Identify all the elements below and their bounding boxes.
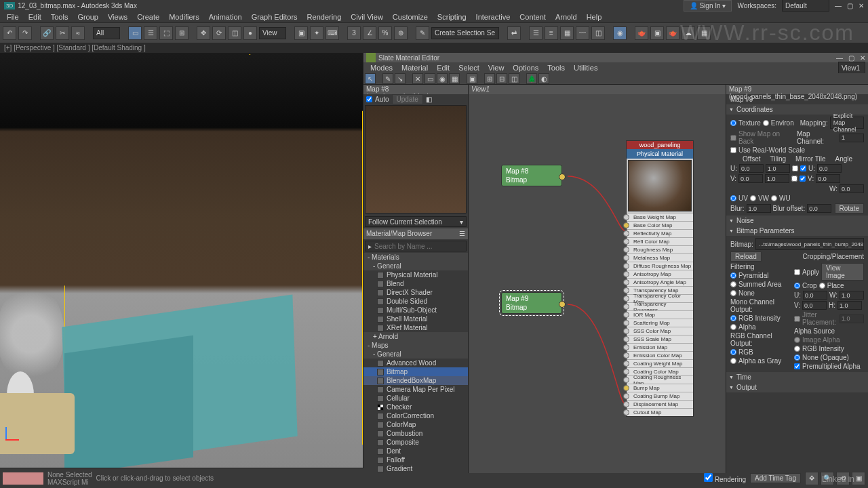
slate-view-combo[interactable]: View1 <box>838 62 865 74</box>
placement-icon[interactable]: ● <box>243 26 257 40</box>
material-editor-icon[interactable]: ◉ <box>613 26 627 40</box>
mat-slot-base-color-map[interactable]: Base Color Map <box>627 221 693 229</box>
slate-move-icon[interactable]: ▭ <box>425 73 435 84</box>
bluroff-input[interactable] <box>807 204 831 213</box>
menu-interactive[interactable]: Interactive <box>472 12 515 22</box>
section-output[interactable]: Output <box>726 382 868 392</box>
search-input[interactable]: ▸ Search by Name ... <box>365 241 467 251</box>
slate-menu-options[interactable]: Options <box>509 63 542 73</box>
slate-matedit-icon[interactable]: ◫ <box>509 73 519 84</box>
named-sel-combo[interactable]: Create Selection Se <box>431 27 499 39</box>
follow-selection-combo[interactable]: Follow Current Selection▾ <box>365 216 467 227</box>
apply-checkbox[interactable] <box>794 269 800 275</box>
menu-customize[interactable]: Customize <box>389 12 432 22</box>
noneop-radio[interactable] <box>794 354 800 361</box>
rgbi-radio[interactable] <box>730 315 736 321</box>
tree-colormap[interactable]: ColorMap <box>363 420 468 429</box>
redo-icon[interactable]: ↷ <box>18 26 32 40</box>
slate-select-tree-icon[interactable]: 🌲 <box>526 73 537 84</box>
tree-directx[interactable]: DirectX Shader <box>363 288 468 297</box>
alpha-radio[interactable] <box>730 324 736 330</box>
nav-zoom-icon[interactable]: 🔍 <box>821 472 834 485</box>
open-a360-icon[interactable]: ▦ <box>697 26 711 40</box>
crop-u[interactable] <box>803 291 827 300</box>
mat-slot-reflectivity-map[interactable]: Reflectivity Map <box>627 229 693 237</box>
slate-showmap-icon[interactable]: ▦ <box>449 73 460 84</box>
tree-arnold[interactable]: + Arnold <box>363 332 468 341</box>
slate-node-view[interactable]: View1 Map #8 Bitmap Map #9 Bitmap <box>469 85 726 473</box>
u-angle[interactable] <box>817 164 842 173</box>
render-online-icon[interactable]: ☁ <box>682 26 695 40</box>
window-crossing-icon[interactable]: ⊞ <box>175 26 189 40</box>
none-radio[interactable] <box>730 290 736 296</box>
curve-editor-icon[interactable]: 〰 <box>576 26 589 40</box>
select-name-icon[interactable]: ☰ <box>144 26 157 40</box>
bitmap-path-button[interactable]: ...ts\images\wood_panels_thin_bump_2048x… <box>755 238 864 250</box>
tree-dent[interactable]: Dent <box>363 447 468 455</box>
tree-maps[interactable]: - Maps <box>363 341 468 350</box>
slate-preview-icon[interactable]: ▣ <box>467 73 477 84</box>
node-physical-material[interactable]: wood_paneling Physical Material Base Wei… <box>626 140 694 417</box>
tree-cellular[interactable]: Cellular <box>363 394 468 403</box>
node-map9[interactable]: Map #9 Bitmap <box>501 292 562 314</box>
slate-layout-icon[interactable]: ⊞ <box>484 73 495 84</box>
u-offset[interactable] <box>739 164 764 173</box>
mapping-combo[interactable]: Explicit Map Channel <box>830 117 864 129</box>
rendering-checkbox[interactable] <box>704 473 713 482</box>
select-icon[interactable]: ▭ <box>128 26 142 40</box>
menu-civilview[interactable]: Civil View <box>347 12 387 22</box>
rotate-icon[interactable]: ⟳ <box>212 26 226 40</box>
blur-input[interactable] <box>747 204 771 213</box>
u-tile[interactable] <box>800 165 806 171</box>
mapchan-input[interactable] <box>840 134 864 142</box>
slate-assign-icon[interactable]: ↘ <box>395 73 406 84</box>
scale-icon[interactable]: ◫ <box>228 26 241 40</box>
filter-combo[interactable]: All <box>93 27 120 39</box>
slate-menu-tools[interactable]: Tools <box>543 63 569 73</box>
toggle-ribbon-icon[interactable]: ▦ <box>560 26 574 40</box>
keyboard-icon[interactable]: ⌨ <box>326 26 339 40</box>
layers-icon[interactable]: ≡ <box>545 26 558 40</box>
section-bitmap[interactable]: Bitmap Parameters <box>726 226 868 236</box>
mat-slot-coating-weight-map[interactable]: Coating Weight Map <box>627 359 693 367</box>
node-map9-output[interactable] <box>559 301 566 308</box>
tree-composite[interactable]: Composite <box>363 438 468 447</box>
slate-minimize-icon[interactable]: — <box>836 54 843 62</box>
slate-menu-view[interactable]: View <box>484 63 509 73</box>
mat-slot-scattering-map[interactable]: Scattering Map <box>627 319 693 327</box>
u-mirror[interactable] <box>792 165 798 171</box>
slate-menu-select[interactable]: Select <box>454 63 484 73</box>
rendered-frame-icon[interactable]: ▣ <box>650 26 664 40</box>
slate-layoutc-icon[interactable]: ⊟ <box>496 73 507 84</box>
tree-gradient[interactable]: Gradient <box>363 464 468 473</box>
menu-views[interactable]: Views <box>104 12 132 22</box>
mat-slot-metalness-map[interactable]: Metalness Map <box>627 253 693 262</box>
mat-slot-coating-roughness-map[interactable]: Coating Roughness Map <box>627 375 693 384</box>
crop-h[interactable] <box>837 301 862 310</box>
menu-modifiers[interactable]: Modifiers <box>165 12 203 22</box>
slate-titlebar[interactable]: Slate Material Editor — ▢ ✕ <box>363 53 868 62</box>
tree-doublesided[interactable]: Double Sided <box>363 297 468 306</box>
mat-slot-cutout-map[interactable]: Cutout Map <box>627 408 693 416</box>
section-noise[interactable]: Noise <box>726 216 868 226</box>
viewimage-button[interactable]: View Image <box>821 263 864 281</box>
tree-cameramap[interactable]: Camera Map Per Pixel <box>363 385 468 394</box>
realworld-checkbox[interactable] <box>730 147 736 153</box>
mat-slot-sss-scale-map[interactable]: SSS Scale Map <box>627 335 693 343</box>
viewport[interactable] <box>0 53 363 468</box>
menu-rendering[interactable]: Rendering <box>303 12 346 22</box>
slate-menu-material[interactable]: Material <box>397 63 432 73</box>
view1-header[interactable]: View1 <box>469 85 726 94</box>
uv-radio[interactable] <box>730 195 736 201</box>
environ-radio[interactable] <box>763 120 769 126</box>
mat-slot-coating-bump-map[interactable]: Coating Bump Map <box>627 392 693 400</box>
schematic-icon[interactable]: ◫ <box>591 26 605 40</box>
node-map8[interactable]: Map #8 Bitmap <box>501 165 562 186</box>
tree-general-mat[interactable]: - General <box>363 262 468 270</box>
menu-edit[interactable]: Edit <box>24 12 45 22</box>
tree-shell[interactable]: Shell Material <box>363 314 468 323</box>
tree-multisub[interactable]: Multi/Sub-Object <box>363 306 468 314</box>
mat-slot-sss-color-map[interactable]: SSS Color Map <box>627 327 693 335</box>
mat-slot-diffuse-roughness-map[interactable]: Diffuse Roughness Map <box>627 262 693 270</box>
u-tiling[interactable] <box>766 164 790 173</box>
